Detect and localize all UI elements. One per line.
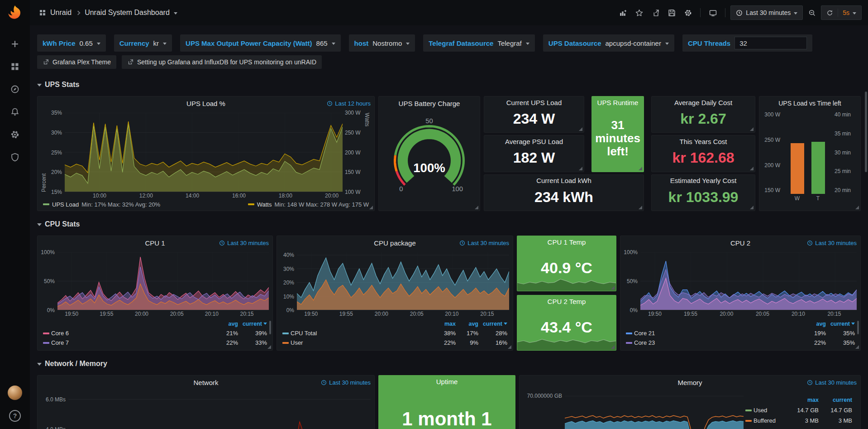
row-header-ups-stats[interactable]: UPS Stats — [37, 79, 861, 91]
variable-value[interactable]: apcupsd-container — [606, 39, 661, 47]
chevron-down-icon[interactable] — [97, 43, 100, 47]
alerting-icon[interactable] — [10, 107, 20, 117]
stat-title[interactable]: Average PSU Load — [505, 135, 563, 147]
chevron-down-icon[interactable] — [526, 43, 529, 47]
star-button[interactable] — [632, 6, 646, 19]
stat-title[interactable]: Current Load kWh — [536, 175, 591, 187]
chevron-down-icon[interactable] — [665, 43, 669, 47]
panel-title[interactable]: CPU 1 — [145, 239, 165, 247]
cpu-threads-input[interactable]: 32 — [734, 37, 807, 49]
ups-load-chart[interactable] — [65, 113, 343, 192]
help-icon[interactable]: ? — [9, 410, 21, 422]
create-icon[interactable] — [10, 39, 20, 49]
legend-scrollbar[interactable] — [269, 321, 271, 334]
series-name[interactable]: Watts — [257, 201, 272, 208]
panel-title[interactable]: Network — [193, 379, 218, 386]
refresh-button[interactable] — [826, 6, 833, 19]
series-name[interactable]: Core 23 — [634, 339, 801, 346]
series-color-marker — [248, 203, 254, 205]
network-chart[interactable] — [68, 392, 371, 429]
panel-time-override: Last 30 minutes — [807, 240, 857, 246]
grafana-logo-icon[interactable] — [6, 5, 24, 23]
chevron-down-icon — [37, 84, 42, 89]
admin-shield-icon[interactable] — [10, 152, 20, 162]
row-title: Network / Memory — [45, 360, 107, 368]
series-name[interactable]: CPU Total — [291, 330, 430, 337]
stat-value: kr 2.67 — [680, 108, 726, 132]
add-panel-button[interactable] — [615, 6, 630, 19]
panel-title[interactable]: CPU 2 — [730, 239, 750, 247]
panel-title[interactable]: UPS Load vs Time left — [778, 100, 841, 107]
panel-ups-load-vs-time-left: UPS Load vs Time left 300 W250 W200 W150… — [759, 96, 861, 211]
series-name[interactable]: Buffered — [754, 417, 785, 424]
chevron-down-icon[interactable] — [853, 12, 856, 16]
share-button[interactable] — [648, 6, 663, 19]
legend-row: User 22% 9% 16% — [282, 338, 507, 347]
variable-value[interactable]: Telegraf — [497, 39, 521, 47]
sidebar-bottom: ? — [8, 386, 22, 422]
series-color-marker — [43, 342, 49, 344]
cpu2-chart[interactable] — [640, 252, 857, 310]
user-avatar[interactable] — [8, 386, 22, 400]
zoom-out-button[interactable] — [805, 6, 819, 19]
stat-title[interactable]: Average Daily Cost — [674, 96, 732, 108]
panel-title[interactable]: UPS Load % — [186, 100, 225, 107]
cpu1-chart[interactable] — [57, 252, 269, 310]
row-header-cpu-stats[interactable]: CPU Stats — [37, 218, 861, 230]
row-header-network-memory[interactable]: Network / Memory — [37, 358, 861, 370]
stat-title[interactable]: UPS Runtime — [597, 96, 639, 108]
scrollbar-thumb[interactable] — [865, 92, 867, 172]
stat-title[interactable]: CPU 1 Temp — [548, 236, 586, 248]
link-grafana-plex-theme[interactable]: Grafana Plex Theme — [37, 55, 116, 69]
sort-caret-icon[interactable] — [504, 323, 507, 327]
chevron-down-icon[interactable] — [406, 43, 410, 47]
series-name[interactable]: UPS Load — [52, 201, 79, 208]
series-name[interactable]: Used — [754, 407, 785, 414]
page-scrollbar[interactable] — [864, 25, 868, 429]
panel-title[interactable]: CPU package — [374, 239, 416, 247]
stat-title[interactable]: CPU 2 Temp — [548, 295, 586, 307]
save-button[interactable] — [664, 6, 679, 19]
legend-row: Used 14.7 GB 14.7 GB — [745, 405, 852, 415]
sort-caret-icon[interactable] — [851, 323, 855, 327]
variable-value[interactable]: kr — [153, 39, 159, 47]
legend-scrollbar[interactable] — [857, 321, 859, 334]
cycle-view-tv-icon[interactable] — [706, 6, 720, 19]
sort-caret-icon[interactable] — [263, 323, 267, 327]
panel-title[interactable]: UPS Battery Charge — [399, 100, 460, 107]
stat-title[interactable]: Estimated Yearly Cost — [670, 175, 737, 187]
series-name[interactable]: Core 7 — [51, 339, 213, 346]
explore-icon[interactable] — [10, 84, 20, 94]
panel-this-years-cost: This Years Cost kr 162.68 — [651, 135, 755, 172]
stat-title[interactable]: This Years Cost — [679, 135, 727, 147]
series-name[interactable]: Core 6 — [51, 330, 213, 337]
chevron-down-icon[interactable] — [174, 12, 177, 16]
configuration-gear-icon[interactable] — [10, 130, 20, 140]
dashboard-settings-gear-icon[interactable] — [681, 6, 695, 19]
variable-value[interactable]: 0.65 — [80, 39, 93, 47]
ups-bar-chart[interactable]: WT — [783, 113, 832, 202]
refresh-interval-label[interactable]: 5s — [843, 9, 849, 16]
breadcrumb-dashboard-title[interactable]: Unraid System Dashboard — [85, 9, 170, 17]
time-range-label: Last 30 minutes — [746, 9, 791, 16]
stat-title[interactable]: Uptime — [436, 376, 458, 387]
chart-legend: max avg current CPU Total 38% 17% 28% Us… — [277, 318, 513, 350]
cpu-package-chart[interactable] — [297, 252, 509, 310]
link-ups-monitoring-guide[interactable]: Setting up Grafana and InfluxDB for UPS … — [122, 55, 322, 69]
sidebar-nav — [10, 39, 20, 162]
variable-value[interactable]: 865 — [316, 39, 328, 47]
memory-chart[interactable] — [565, 392, 744, 429]
panel-title[interactable]: Memory — [677, 379, 702, 386]
breadcrumb-app[interactable]: Unraid — [50, 9, 72, 17]
chevron-down-icon — [794, 12, 797, 16]
series-name[interactable]: User — [291, 339, 430, 346]
chevron-down-icon[interactable] — [163, 43, 167, 47]
variable-value[interactable]: Nostromo — [372, 39, 402, 47]
x-axis-ticks: 19:5019:5520:0020:0520:1020:15 — [640, 310, 856, 318]
stat-title[interactable]: Current UPS Load — [506, 96, 562, 108]
series-stats: Min: 148 W Max: 278 W Avg: 175 W — [274, 201, 369, 208]
chevron-down-icon[interactable] — [332, 43, 335, 47]
series-name[interactable]: Core 21 — [634, 330, 801, 337]
dashboards-icon[interactable] — [10, 62, 20, 72]
time-range-picker[interactable]: Last 30 minutes — [730, 5, 803, 20]
